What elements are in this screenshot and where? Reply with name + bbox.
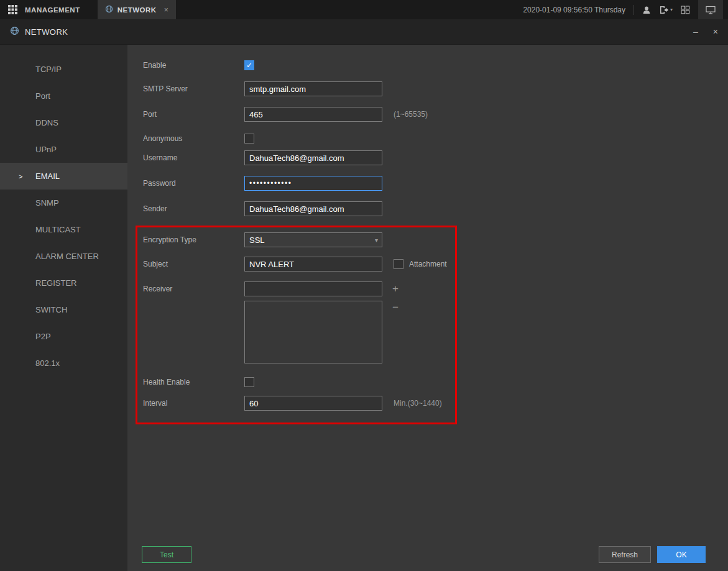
sidebar-item-multicast[interactable]: MULTICAST <box>0 216 127 243</box>
encryption-type-label: Encryption Type <box>143 235 244 244</box>
receiver-row: Receiver + <box>143 281 399 296</box>
port-input[interactable] <box>244 107 382 122</box>
sidebar-item-label: UPnP <box>35 145 57 154</box>
email-settings-panel: Enable ✓ SMTP Server Port (1~65535) Anon… <box>127 45 728 571</box>
sender-label: Sender <box>143 204 244 213</box>
divider <box>634 5 634 15</box>
receiver-list-row: − <box>143 301 399 363</box>
globe-icon <box>10 26 19 38</box>
add-receiver-button[interactable]: + <box>392 282 399 296</box>
window-body: TCP/IP Port DDNS UPnP > EMAIL SNMP MULTI… <box>0 45 728 571</box>
window-title: NETWORK <box>25 27 68 37</box>
user-icon[interactable] <box>642 6 651 14</box>
health-enable-row: Health Enable <box>143 375 254 390</box>
password-input[interactable] <box>244 176 382 191</box>
username-label: Username <box>143 153 244 162</box>
multiscreen-icon[interactable] <box>681 6 690 14</box>
interval-row: Interval Min.(30~1440) <box>143 396 442 411</box>
interval-hint: Min.(30~1440) <box>394 399 442 408</box>
taskbar: MANAGEMENT NETWORK × 2020-01-09 09:56:50… <box>0 0 728 19</box>
sidebar-item-label: Port <box>35 91 50 101</box>
sidebar-item-register[interactable]: REGISTER <box>0 270 127 296</box>
sidebar-item-label: REGISTER <box>35 278 76 288</box>
enable-label: Enable <box>143 61 244 70</box>
enable-checkbox[interactable]: ✓ <box>244 60 254 70</box>
health-enable-label: Health Enable <box>143 378 244 386</box>
sidebar-item-email[interactable]: > EMAIL <box>0 163 127 190</box>
apps-grid-icon[interactable] <box>0 0 25 19</box>
network-tab[interactable]: NETWORK × <box>98 0 176 19</box>
sidebar-item-label: P2P <box>35 332 51 341</box>
management-menu[interactable]: MANAGEMENT <box>25 6 80 14</box>
receiver-input[interactable] <box>244 281 382 296</box>
datetime-label: 2020-01-09 09:56:50 Thursday <box>523 6 625 14</box>
subject-row: Subject Attachment <box>143 257 447 272</box>
sidebar-item-8021x[interactable]: 802.1x <box>0 350 127 377</box>
password-row: Password <box>143 176 382 191</box>
username-row: Username <box>143 150 382 165</box>
port-row: Port (1~65535) <box>143 107 428 122</box>
ok-button[interactable]: OK <box>657 546 706 563</box>
screen: MANAGEMENT NETWORK × 2020-01-09 09:56:50… <box>0 0 728 571</box>
encryption-type-row: Encryption Type SSL ▾ <box>143 232 382 247</box>
interval-label: Interval <box>143 399 244 408</box>
encryption-type-select[interactable]: SSL ▾ <box>244 232 382 247</box>
refresh-button[interactable]: Refresh <box>599 546 651 563</box>
window-controls: – × <box>693 27 718 36</box>
sidebar-item-snmp[interactable]: SNMP <box>0 190 127 216</box>
username-input[interactable] <box>244 150 382 165</box>
anonymous-label: Anonymous <box>143 134 244 143</box>
caret-down-icon: ▾ <box>670 7 673 12</box>
live-view-monitor-icon[interactable] <box>698 0 723 19</box>
port-label: Port <box>143 110 244 119</box>
close-button[interactable]: × <box>713 27 718 36</box>
sidebar-item-label: DDNS <box>35 118 58 127</box>
encryption-type-value: SSL <box>249 235 265 245</box>
interval-input[interactable] <box>244 396 382 411</box>
sidebar-item-label: 802.1x <box>35 359 60 368</box>
subject-input[interactable] <box>244 257 382 272</box>
receiver-label: Receiver <box>143 285 244 293</box>
window-titlebar: NETWORK – × <box>0 19 728 45</box>
health-enable-checkbox[interactable] <box>244 377 254 387</box>
caret-down-icon: ▾ <box>375 237 378 244</box>
globe-icon <box>105 4 113 16</box>
logout-icon[interactable]: ▾ <box>659 6 673 14</box>
sidebar-item-switch[interactable]: SWITCH <box>0 296 127 323</box>
port-hint: (1~65535) <box>394 110 428 119</box>
sidebar-item-ddns[interactable]: DDNS <box>0 109 127 136</box>
sidebar-item-label: EMAIL <box>35 171 60 181</box>
enable-row: Enable ✓ <box>143 58 254 73</box>
receiver-list[interactable] <box>244 301 382 363</box>
sidebar-item-label: SNMP <box>35 198 59 208</box>
taskbar-right: 2020-01-09 09:56:50 Thursday ▾ <box>523 0 728 19</box>
anonymous-row: Anonymous <box>143 131 254 146</box>
selected-marker-icon: > <box>19 173 22 180</box>
minimize-button[interactable]: – <box>693 27 698 36</box>
sidebar-item-label: TCP/IP <box>35 65 62 74</box>
remove-receiver-button[interactable]: − <box>392 301 399 314</box>
sidebar-item-upnp[interactable]: UPnP <box>0 136 127 163</box>
sender-input[interactable] <box>244 201 382 216</box>
sidebar: TCP/IP Port DDNS UPnP > EMAIL SNMP MULTI… <box>0 45 127 571</box>
sender-row: Sender <box>143 201 382 216</box>
sidebar-item-port[interactable]: Port <box>0 83 127 109</box>
smtp-server-input[interactable] <box>244 81 382 96</box>
anonymous-checkbox[interactable] <box>244 134 254 144</box>
sidebar-item-label: ALARM CENTER <box>35 252 99 261</box>
test-button[interactable]: Test <box>142 546 191 563</box>
smtp-server-row: SMTP Server <box>143 81 382 96</box>
sidebar-item-label: SWITCH <box>35 305 67 314</box>
smtp-server-label: SMTP Server <box>143 85 244 93</box>
subject-label: Subject <box>143 260 244 268</box>
sidebar-item-tcp-ip[interactable]: TCP/IP <box>0 56 127 83</box>
network-tab-label: NETWORK <box>117 6 157 14</box>
tab-close-icon[interactable]: × <box>164 6 168 14</box>
sidebar-item-alarm-center[interactable]: ALARM CENTER <box>0 243 127 270</box>
grid-icon <box>8 5 17 14</box>
attachment-label: Attachment <box>409 260 447 268</box>
sidebar-item-p2p[interactable]: P2P <box>0 323 127 350</box>
attachment-checkbox[interactable] <box>394 259 403 269</box>
sidebar-item-label: MULTICAST <box>35 225 81 234</box>
check-icon: ✓ <box>246 62 252 69</box>
